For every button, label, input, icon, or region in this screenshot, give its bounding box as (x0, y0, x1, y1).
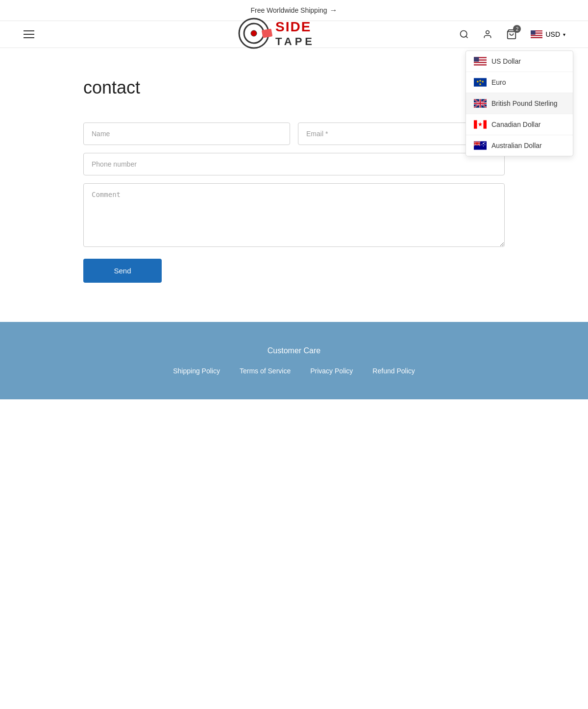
currency-label: USD (545, 30, 560, 38)
header-left (20, 26, 38, 42)
currency-selector[interactable]: USD ▾ (528, 28, 568, 41)
main-content: contact Send (74, 48, 514, 322)
us-flag-icon (474, 57, 487, 66)
eu-flag-icon (474, 78, 487, 87)
logo-svg: SIDE TAPE (235, 14, 353, 53)
phone-input[interactable] (83, 153, 505, 175)
send-button[interactable]: Send (83, 259, 162, 283)
menu-line-3 (24, 37, 34, 38)
currency-option-gbp-label: British Pound Sterling (491, 99, 558, 107)
comment-input[interactable] (83, 183, 505, 247)
header: SIDE TAPE 2 (0, 21, 588, 48)
contact-form: Send (83, 122, 505, 283)
account-button[interactable] (480, 26, 495, 42)
currency-option-aud-label: Australian Dollar (491, 142, 542, 149)
au-flag-icon (474, 141, 487, 150)
submit-row: Send (83, 255, 505, 283)
svg-point-8 (486, 31, 490, 34)
svg-text:TAPE: TAPE (275, 35, 315, 48)
svg-point-2 (251, 30, 257, 36)
svg-rect-15 (531, 35, 542, 36)
svg-rect-18 (531, 30, 536, 35)
announcement-text: Free Worldwide Shipping (250, 6, 327, 14)
comment-group (83, 183, 505, 247)
currency-dropdown: US Dollar Euro (466, 50, 573, 156)
cart-button[interactable]: 2 (503, 26, 520, 43)
name-input[interactable] (83, 122, 290, 145)
svg-rect-32 (484, 120, 487, 128)
currency-option-cad[interactable]: Canadian Dollar (466, 114, 573, 135)
svg-point-36 (485, 144, 486, 145)
uk-flag-icon (474, 99, 487, 108)
currency-option-cad-label: Canadian Dollar (491, 121, 540, 128)
svg-line-7 (466, 36, 468, 38)
search-button[interactable] (456, 26, 472, 42)
svg-text:SIDE: SIDE (275, 19, 311, 34)
currency-option-usd-label: US Dollar (491, 57, 521, 65)
cart-badge: 2 (513, 25, 521, 33)
svg-point-39 (482, 144, 483, 145)
footer-section-title: Customer Care (10, 346, 578, 355)
chevron-down-icon: ▾ (563, 32, 565, 37)
svg-rect-22 (474, 63, 487, 64)
header-right: 2 USD ▾ (456, 26, 568, 43)
footer-link-privacy[interactable]: Privacy Policy (310, 367, 353, 375)
currency-option-eur[interactable]: Euro (466, 72, 573, 93)
ca-flag-icon (474, 120, 487, 129)
svg-point-38 (483, 146, 484, 147)
phone-group (83, 153, 505, 175)
name-email-row (83, 122, 505, 145)
menu-button[interactable] (20, 26, 38, 42)
menu-line-2 (24, 34, 34, 35)
footer-link-shipping[interactable]: Shipping Policy (173, 367, 220, 375)
menu-line-1 (24, 30, 34, 31)
logo-link[interactable]: SIDE TAPE (235, 14, 353, 55)
svg-rect-3 (262, 28, 272, 38)
currency-option-usd[interactable]: US Dollar (466, 51, 573, 72)
svg-rect-17 (531, 37, 542, 38)
svg-rect-31 (474, 120, 477, 128)
currency-option-aud[interactable]: Australian Dollar (466, 135, 573, 156)
name-group (83, 122, 290, 145)
logo-area: SIDE TAPE (235, 14, 353, 55)
svg-point-6 (461, 31, 467, 37)
svg-point-35 (483, 143, 484, 144)
svg-point-37 (485, 142, 486, 143)
footer-links: Shipping Policy Terms of Service Privacy… (10, 367, 578, 375)
page-title: contact (83, 77, 505, 98)
usd-flag-icon (531, 30, 542, 39)
currency-option-eur-label: Euro (491, 78, 506, 86)
svg-rect-23 (474, 57, 479, 61)
currency-option-gbp[interactable]: British Pound Sterling (466, 93, 573, 114)
search-icon (459, 29, 469, 39)
footer: Customer Care Shipping Policy Terms of S… (0, 322, 588, 399)
footer-link-terms[interactable]: Terms of Service (240, 367, 291, 375)
svg-rect-16 (531, 36, 542, 37)
footer-link-refund[interactable]: Refund Policy (372, 367, 415, 375)
account-icon (483, 29, 492, 39)
